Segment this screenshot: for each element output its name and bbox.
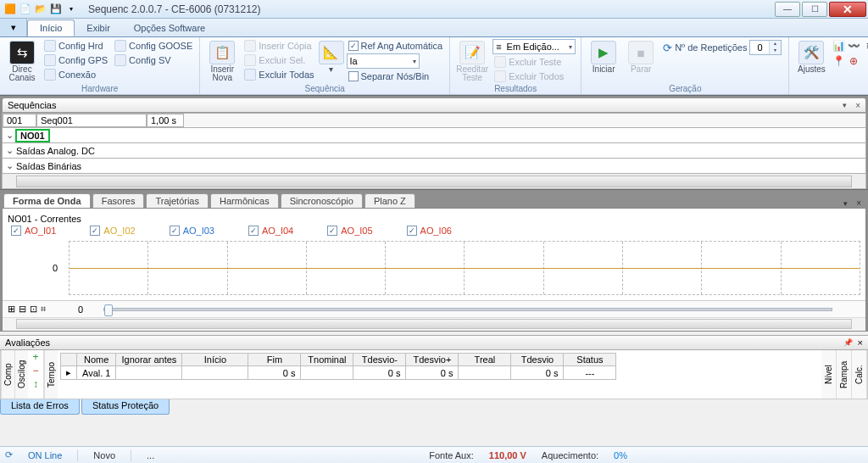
node-row-saidas-bin[interactable]: ⌄Saídas Binárias — [2, 159, 866, 174]
ch-ao-i04[interactable]: ✓AO_I04 — [248, 226, 293, 236]
marker-icon[interactable]: 📍 — [832, 54, 845, 68]
cursor-tool-icon[interactable]: ⊞ — [8, 304, 15, 315]
close-panel-icon[interactable]: × — [852, 101, 860, 110]
cursor-tool4-icon[interactable]: ⌗ — [41, 304, 46, 315]
wave-dock: Forma de Onda Fasores Trajetórias Harmôn… — [0, 189, 868, 332]
pin-icon[interactable]: ▾ — [840, 199, 851, 208]
vtab-calc[interactable]: Calc. — [852, 350, 867, 399]
tab-lista-erros[interactable]: Lista de Erros — [0, 399, 80, 415]
refresh-icon: ⟳ — [663, 42, 672, 54]
spin-up-icon[interactable]: ▴ — [770, 41, 781, 47]
tab-planoz[interactable]: Plano Z — [364, 193, 415, 208]
tab-sincrono[interactable]: Sincronoscópio — [281, 193, 363, 208]
wave-icon[interactable]: 〰️ — [847, 39, 860, 53]
tab-inicio[interactable]: Início — [27, 20, 75, 36]
tab-status-protecao[interactable]: Status Proteção — [81, 399, 170, 415]
time-slider[interactable] — [103, 308, 832, 311]
vtab-comp[interactable]: Comp — [1, 350, 14, 399]
delete-all-icon — [244, 69, 256, 81]
maximize-button[interactable]: ☐ — [802, 2, 827, 17]
list-icon[interactable]: ≡ — [862, 39, 868, 53]
vtab-oscilog[interactable]: Oscilog — [14, 350, 28, 399]
qat-new-icon[interactable]: 📄 — [19, 3, 32, 16]
tab-exibir[interactable]: Exibir — [75, 19, 122, 36]
excluir-teste-button[interactable]: Excluir Teste — [492, 55, 576, 69]
table-row[interactable]: ▸ Aval. 1 0 s 0 s 0 s 0 s --- — [61, 366, 616, 380]
qat-home-icon[interactable]: 🟧 — [3, 3, 17, 16]
config-gps-button[interactable]: Config GPS — [42, 53, 109, 67]
group-hardware: ⇆ Direc Canais Config Hrd Config GPS Con… — [0, 37, 200, 94]
add-row-icon[interactable]: + — [30, 352, 42, 364]
vtab-nivel[interactable]: Nível — [821, 350, 837, 399]
ref-ang-check[interactable]: ✓Ref Ang Automática — [347, 39, 445, 53]
remove-row-icon[interactable]: − — [30, 365, 42, 377]
seq-dur-field[interactable]: 1,00 s — [147, 114, 184, 127]
ch-ao-i01[interactable]: ✓AO_I01 — [11, 226, 56, 236]
seq-name-field[interactable]: Seq001 — [36, 114, 147, 127]
reeditar-button[interactable]: 📝 Reeditar Teste — [455, 39, 489, 82]
h-scrollbar[interactable] — [16, 319, 852, 329]
inserir-nova-button[interactable]: 📋 Inserir Nova — [205, 39, 239, 82]
repeticoes-number[interactable]: ▴▾ — [749, 40, 782, 55]
qat-dropdown-icon[interactable]: ▾ — [64, 3, 78, 16]
ia-combo[interactable]: Ia▾ — [347, 53, 420, 69]
close-panel-icon[interactable]: × — [853, 337, 863, 348]
scroll-thumb[interactable] — [16, 176, 852, 187]
seq-edit-row: 001 Seq001 1,00 s — [2, 113, 866, 128]
chevron-down-icon: ⌄ — [3, 160, 16, 171]
tab-forma-onda[interactable]: Forma de Onda — [3, 193, 91, 208]
ch-ao-i02[interactable]: ✓AO_I02 — [90, 226, 135, 236]
spin-down-icon[interactable]: ▾ — [770, 47, 781, 54]
separar-nos-check[interactable]: Separar Nós/Bin — [347, 70, 445, 83]
ref-dropdown-button[interactable]: 📐 ▾ — [320, 39, 343, 74]
excluir-todas-button[interactable]: Excluir Todas — [242, 68, 315, 81]
ch-ao-i03[interactable]: ✓AO_I03 — [170, 226, 214, 236]
stop-icon: ■ — [628, 41, 654, 64]
conexao-button[interactable]: Conexão — [42, 68, 109, 81]
satellite-icon — [44, 54, 56, 66]
vtab-tempo[interactable]: Tempo — [44, 350, 58, 399]
tab-trajetorias[interactable]: Trajetórias — [146, 193, 209, 208]
vtab-rampa[interactable]: Rampa — [837, 350, 852, 399]
qat-save-icon[interactable]: 💾 — [49, 3, 63, 16]
ajustes-button[interactable]: 🛠️Ajustes — [794, 39, 828, 74]
config-hrd-button[interactable]: Config Hrd — [42, 39, 109, 53]
qat-open-icon[interactable]: 📂 — [34, 3, 47, 16]
chart-icon[interactable]: 📊 — [832, 39, 845, 53]
direc-canais-icon: ⇆ — [9, 41, 35, 64]
inserir-copia-button[interactable]: Inserir Cópia — [242, 39, 315, 53]
tab-opcoes[interactable]: Opções Software — [122, 19, 217, 36]
cursor-tool3-icon[interactable]: ⊡ — [30, 304, 37, 315]
h-scrollbar[interactable] — [2, 174, 866, 189]
minimize-button[interactable]: — — [775, 2, 800, 17]
window-buttons: — ☐ ✕ — [775, 2, 868, 17]
cursor-tool2-icon[interactable]: ⊟ — [19, 304, 26, 315]
pin-icon[interactable]: ▾ — [843, 101, 847, 109]
ch-ao-i06[interactable]: ✓AO_I06 — [407, 226, 452, 236]
excluir-sel-button[interactable]: Excluir Sel. — [242, 53, 315, 67]
em-edicao-combo[interactable]: ≡Em Edição...▾ — [492, 39, 576, 54]
config-sv-button[interactable]: Config SV — [113, 53, 194, 67]
close-panel-icon[interactable]: × — [853, 198, 865, 208]
excluir-todos-button[interactable]: Excluir Todos — [492, 70, 576, 83]
close-button[interactable]: ✕ — [829, 2, 866, 17]
target-icon[interactable]: ⊕ — [847, 54, 860, 68]
ch-ao-i05[interactable]: ✓AO_I05 — [327, 226, 372, 236]
iniciar-button[interactable]: ▶Iniciar — [587, 39, 620, 74]
config-goose-button[interactable]: Config GOOSE — [113, 39, 194, 53]
node-row-saidas-dc[interactable]: ⌄Saídas Analog. DC — [2, 143, 866, 159]
slider-thumb[interactable] — [104, 304, 113, 316]
app-button[interactable]: ▾ — [0, 19, 27, 36]
parar-button[interactable]: ■Parar — [624, 39, 658, 74]
seq-index-field[interactable]: 001 — [3, 114, 36, 127]
tab-harmonicas[interactable]: Harmônicas — [210, 193, 279, 208]
waveform-plot[interactable]: 0 — [69, 241, 860, 295]
direc-canais-button[interactable]: ⇆ Direc Canais — [5, 39, 39, 82]
refresh-status-icon[interactable]: ⟳ — [5, 449, 13, 460]
chevron-down-icon: ⌄ — [3, 130, 16, 141]
node-row-no01[interactable]: ⌄NO01 — [2, 128, 866, 143]
pin-icon[interactable]: 📌 — [843, 338, 853, 347]
expand-row-icon[interactable]: ↕ — [30, 379, 42, 391]
group-label: Sequência — [205, 84, 444, 94]
tab-fasores[interactable]: Fasores — [92, 193, 145, 208]
